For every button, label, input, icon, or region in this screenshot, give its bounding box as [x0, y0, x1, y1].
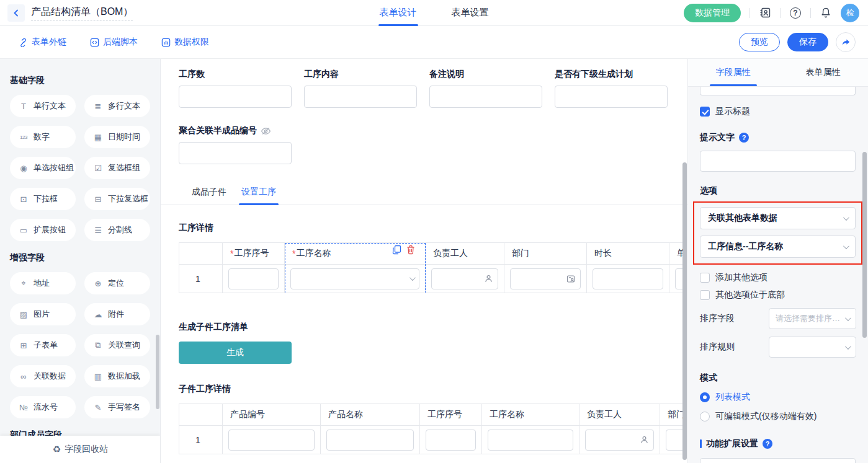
delete-column-icon[interactable]: [406, 245, 415, 255]
col-header-department[interactable]: 部门: [504, 243, 587, 264]
text-input[interactable]: [304, 86, 417, 108]
add-action-button[interactable]: 添加操作: [700, 458, 856, 463]
generate-button[interactable]: 生成: [179, 342, 292, 364]
hint-text-input[interactable]: [700, 151, 856, 172]
process-name-select[interactable]: [290, 268, 419, 289]
other-option-bottom-checkbox[interactable]: 其他选项位于底部: [700, 289, 856, 301]
field-subform[interactable]: ⊞子表单: [10, 334, 76, 356]
col-header-worker[interactable]: 负责工人: [426, 243, 504, 264]
field-number[interactable]: 123数字: [10, 126, 76, 148]
extension-settings-header: 功能扩展设置 ?: [700, 438, 856, 449]
field-library-sidebar: 基础字段 T单行文本 ≣多行文本 123数字 ▦日期时间 ◉单选按钮组 ☑复选框…: [0, 59, 161, 463]
field-radio-group[interactable]: ◉单选按钮组: [10, 157, 76, 179]
field-data-load[interactable]: ▥数据加载: [84, 365, 150, 387]
add-other-option-checkbox[interactable]: 添加其他选项: [700, 272, 856, 283]
panel-scrollbar[interactable]: [862, 152, 867, 338]
form-field-aggregate-code[interactable]: 聚合关联半成品编号: [179, 125, 687, 164]
back-button[interactable]: [7, 4, 25, 22]
help-icon[interactable]: ?: [789, 7, 802, 19]
data-manage-button[interactable]: 数据管理: [684, 4, 741, 22]
col-header-product-code[interactable]: 产品编号: [223, 404, 321, 425]
tab-finished-components[interactable]: 成品子件: [192, 187, 226, 205]
external-link-action[interactable]: 表单外链: [19, 37, 66, 48]
form-field-remark[interactable]: 备注说明: [429, 69, 542, 108]
field-image[interactable]: ▨图片: [10, 303, 76, 325]
mode-editable-radio[interactable]: 可编辑模式(仅移动端有效): [700, 411, 856, 422]
topbar-tabs: 表单设计 表单设置: [380, 0, 489, 26]
sort-rule-select[interactable]: [769, 337, 856, 358]
field-linked-data[interactable]: ∞关联数据: [10, 365, 76, 387]
tab-set-process[interactable]: 设置工序: [241, 187, 276, 205]
worker-picker[interactable]: [431, 268, 498, 289]
field-single-line-text[interactable]: T单行文本: [10, 95, 76, 117]
page-title[interactable]: 产品结构清单（BOM）: [31, 6, 133, 20]
sub-process-name-input[interactable]: [488, 430, 573, 451]
copy-column-icon[interactable]: [392, 245, 401, 255]
sub-process-seq-input[interactable]: [426, 430, 476, 451]
sort-field-select[interactable]: 请选择需要排序的...: [769, 308, 856, 329]
col-header-duration[interactable]: 时长: [587, 243, 669, 264]
sub-worker-picker[interactable]: [585, 430, 654, 451]
text-input[interactable]: [179, 86, 292, 108]
option-source-select[interactable]: 关联其他表单数据: [700, 207, 856, 229]
save-button[interactable]: 保存: [787, 33, 828, 51]
sidebar-scrollbar[interactable]: [156, 335, 159, 409]
show-title-checkbox[interactable]: 显示标题: [700, 106, 856, 117]
field-multi-dropdown[interactable]: ⊟下拉复选框: [84, 188, 150, 210]
person-icon: [640, 436, 648, 444]
serial-number-icon: №: [19, 403, 29, 412]
field-extend-button[interactable]: ▭扩展按钮: [10, 219, 76, 241]
form-field-process-content[interactable]: 工序内容: [304, 69, 417, 108]
contacts-icon[interactable]: [759, 7, 771, 19]
field-serial-number[interactable]: №流水号: [10, 396, 76, 418]
product-code-input[interactable]: [228, 430, 315, 451]
data-permission-action[interactable]: 数据权限: [161, 37, 209, 48]
text-input[interactable]: [555, 86, 668, 108]
chevron-down-icon: [843, 214, 849, 221]
generate-section-title: 生成子件工序清单: [179, 322, 687, 333]
field-title-input-clipped[interactable]: [700, 87, 856, 95]
number-icon: 123: [19, 134, 29, 140]
field-dropdown[interactable]: ⊡下拉框: [10, 188, 76, 210]
backend-script-action[interactable]: 后端脚本: [90, 37, 138, 48]
col-header-sub-process-seq[interactable]: 工序序号: [420, 404, 482, 425]
help-icon[interactable]: ?: [763, 439, 772, 449]
tab-form-properties[interactable]: 表单属性: [778, 59, 868, 86]
duration-input[interactable]: [593, 268, 663, 289]
field-checkbox-group[interactable]: ☑复选框组: [84, 157, 150, 179]
field-address[interactable]: ⌖地址: [10, 272, 76, 294]
department-picker[interactable]: [510, 268, 581, 289]
field-attachment[interactable]: ☁附件: [84, 303, 150, 325]
preview-button[interactable]: 预览: [739, 33, 780, 51]
field-divider[interactable]: ☰分割线: [84, 219, 150, 241]
option-field-select[interactable]: 工序信息--工序名称: [700, 236, 856, 258]
field-signature[interactable]: ✎手写签名: [84, 396, 150, 418]
col-header-process-seq[interactable]: *工序序号: [223, 243, 285, 264]
process-seq-input[interactable]: [228, 268, 279, 289]
field-recycle-bin[interactable]: ♻ 字段回收站: [0, 436, 161, 463]
mode-list-radio[interactable]: 列表模式: [700, 392, 856, 403]
col-header-sub-process-name[interactable]: 工序名称: [482, 404, 579, 425]
chevron-down-icon: [409, 275, 416, 281]
field-multi-line-text[interactable]: ≣多行文本: [84, 95, 150, 117]
form-toolbar: 表单外链 后端脚本 数据权限 预览 保存: [0, 26, 868, 59]
form-field-sub-plan-flag[interactable]: 是否有下级生成计划: [555, 69, 668, 108]
tab-form-settings[interactable]: 表单设置: [452, 0, 489, 26]
help-icon[interactable]: ?: [739, 133, 749, 143]
chevron-left-icon: [12, 9, 20, 17]
tab-form-design[interactable]: 表单设计: [380, 0, 417, 26]
notification-bell-icon[interactable]: [820, 7, 832, 19]
field-linked-query[interactable]: ⧉关联查询: [84, 334, 150, 356]
text-input[interactable]: [179, 142, 292, 164]
field-location[interactable]: ⊕定位: [84, 272, 150, 294]
tab-field-properties[interactable]: 字段属性: [688, 59, 778, 86]
col-header-sub-worker[interactable]: 负责工人: [579, 404, 660, 425]
text-input[interactable]: [429, 86, 542, 108]
form-field-process-count[interactable]: 工序数: [179, 69, 292, 108]
user-avatar[interactable]: 检: [841, 4, 859, 22]
canvas-scrollbar[interactable]: [682, 162, 687, 460]
product-name-input[interactable]: [326, 430, 414, 451]
field-datetime[interactable]: ▦日期时间: [84, 126, 150, 148]
col-header-product-name[interactable]: 产品名称: [321, 404, 420, 425]
share-button[interactable]: [836, 32, 856, 52]
